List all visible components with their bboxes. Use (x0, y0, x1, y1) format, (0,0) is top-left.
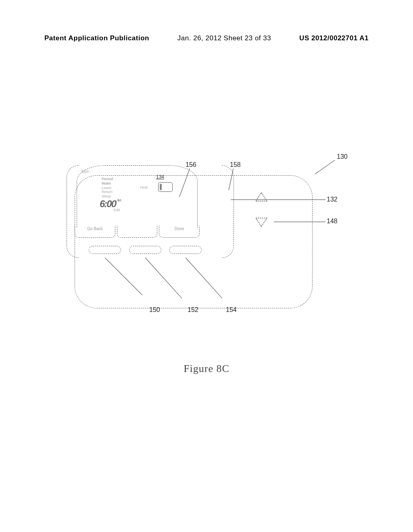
hardware-buttons (89, 246, 202, 254)
period-wake: Wake (102, 181, 194, 186)
bezel-right (222, 165, 234, 258)
ref-158: 158 (230, 161, 241, 168)
figure-8c: Mon Period Wake Leave Return Sleep Heat … (52, 153, 359, 339)
ref-134-inline: 134 (156, 174, 164, 180)
arrow-down-button[interactable] (254, 216, 269, 228)
period-list: Period Wake Leave Return Sleep (102, 177, 194, 199)
hw-button-152[interactable] (129, 246, 161, 254)
mode-label: Heat (140, 185, 148, 189)
header-publication-type: Patent Application Publication (44, 34, 149, 42)
header-date-sheet: Jan. 26, 2012 Sheet 23 of 33 (177, 34, 271, 42)
ref-156: 156 (186, 161, 196, 168)
time-digits: 6:00 (100, 198, 116, 209)
bezel-left (67, 165, 79, 258)
temp-setpoint-box-158 (158, 182, 173, 192)
ref-152: 152 (188, 306, 198, 314)
time-ampm: AM (117, 198, 121, 202)
arrow-up-button[interactable] (254, 191, 269, 204)
edit-label: Edit (114, 208, 120, 212)
leader-130 (315, 160, 335, 174)
period-leave: Leave (102, 186, 194, 190)
softkey-label-done: Done (159, 226, 200, 238)
hw-button-154[interactable] (169, 246, 202, 254)
leader-132 (231, 200, 325, 200)
ref-130: 130 (337, 153, 348, 160)
softkey-labels: Go Back Done (75, 226, 200, 238)
ref-154: 154 (226, 306, 237, 314)
softkey-label-goback: Go Back (75, 226, 115, 238)
page-header: Patent Application Publication Jan. 26, … (0, 0, 413, 42)
header-publication-number: US 2012/0022701 A1 (299, 34, 369, 42)
day-label: Mon (81, 169, 194, 174)
leader-148 (274, 222, 325, 222)
period-heading: Period (102, 177, 194, 181)
display-content: Mon Period Wake Leave Return Sleep Heat … (81, 169, 194, 226)
ref-148: 148 (327, 218, 338, 225)
ref-150: 150 (149, 306, 160, 314)
softkey-label-mid (117, 226, 158, 238)
ref-132: 132 (327, 196, 338, 203)
figure-caption: Figure 8C (0, 363, 413, 375)
hw-button-150[interactable] (89, 246, 121, 254)
